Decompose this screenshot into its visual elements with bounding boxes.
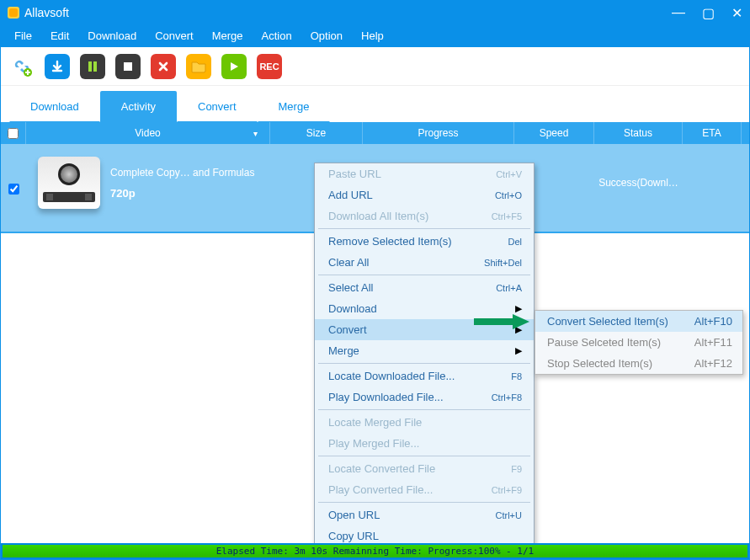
menu-item-play-converted-file: Play Converted File...Ctrl+F9 — [315, 479, 534, 500]
menu-bar: FileEditDownloadConvertMergeActionOption… — [1, 24, 749, 47]
menu-item-locate-downloaded-file[interactable]: Locate Downloaded File...F8 — [315, 365, 534, 387]
column-progress[interactable]: Progress — [418, 127, 458, 139]
menu-item-locate-merged-file: Locate Merged File — [315, 412, 534, 433]
delete-icon[interactable] — [151, 54, 176, 79]
menu-item-clear-all[interactable]: Clear AllShift+Del — [315, 252, 534, 273]
cell-status: Success(Downl… — [594, 177, 683, 189]
column-status[interactable]: Status — [624, 127, 652, 139]
title-bar: Allavsoft — ▢ ✕ — [1, 1, 749, 24]
column-video[interactable]: Video — [135, 127, 160, 139]
svg-rect-2 — [93, 61, 97, 72]
toolbar: REC — [1, 47, 749, 86]
menu-item-select-all[interactable]: Select AllCtrl+A — [315, 277, 534, 298]
menu-item-download-all-item-s: Download All Item(s)Ctrl+F5 — [315, 205, 534, 227]
menu-download[interactable]: Download — [79, 26, 145, 45]
record-button[interactable]: REC — [257, 54, 282, 79]
svg-rect-3 — [124, 62, 132, 71]
video-thumbnail-icon — [38, 157, 100, 209]
paste-url-icon[interactable] — [9, 54, 35, 79]
menu-item-remove-selected-item-s[interactable]: Remove Selected Item(s)Del — [315, 231, 534, 252]
play-icon[interactable] — [221, 54, 247, 79]
svg-rect-1 — [88, 61, 92, 72]
window-controls: — ▢ ✕ — [672, 5, 742, 21]
status-bar: Elapsed Time: 3m 10s Remainning Time: Pr… — [1, 543, 749, 559]
status-text: Elapsed Time: 3m 10s Remainning Time: Pr… — [216, 546, 535, 557]
maximize-button[interactable]: ▢ — [702, 5, 715, 21]
column-speed[interactable]: Speed — [540, 127, 569, 139]
menu-separator — [318, 275, 530, 275]
download-icon[interactable] — [45, 54, 70, 79]
submenu-arrow-icon: ▶ — [515, 345, 522, 356]
menu-help[interactable]: Help — [353, 26, 392, 45]
menu-option[interactable]: Option — [302, 26, 351, 45]
app-title: Allavsoft — [24, 6, 69, 19]
column-size[interactable]: Size — [306, 127, 326, 139]
column-eta[interactable]: ETA — [702, 127, 721, 139]
video-title: Complete Copy… and Formulas — [110, 167, 254, 179]
menu-file[interactable]: File — [6, 26, 40, 45]
submenu-item-stop-selected-item-s: Stop Selected Item(s)Alt+F12 — [535, 353, 742, 374]
submenu-arrow-icon: ▶ — [515, 303, 522, 314]
menu-convert[interactable]: Convert — [146, 26, 202, 45]
app-logo-icon — [8, 7, 19, 19]
minimize-button[interactable]: — — [672, 5, 685, 21]
menu-merge[interactable]: Merge — [204, 26, 252, 45]
menu-item-open-url[interactable]: Open URLCtrl+U — [315, 504, 534, 525]
tab-merge[interactable]: Merge — [258, 91, 331, 122]
open-folder-icon[interactable] — [186, 54, 211, 79]
menu-item-locate-converted-file: Locate Converted FileF9 — [315, 458, 534, 479]
convert-submenu: Convert Selected Item(s)Alt+F10Pause Sel… — [535, 310, 743, 375]
select-all-checkbox[interactable] — [8, 128, 19, 139]
menu-item-add-url[interactable]: Add URLCtrl+O — [315, 184, 534, 205]
tab-download[interactable]: Download — [9, 91, 100, 122]
tab-bar: DownloadActivityConvertMerge — [1, 91, 749, 122]
context-menu: Paste URLCtrl+VAdd URLCtrl+ODownload All… — [314, 163, 535, 560]
sort-indicator-icon: ▾ — [253, 129, 258, 138]
submenu-item-pause-selceted-item-s: Pause Selceted Item(s)Alt+F11 — [535, 332, 742, 353]
video-resolution: 720p — [110, 187, 254, 200]
submenu-item-convert-selected-item-s[interactable]: Convert Selected Item(s)Alt+F10 — [535, 311, 742, 332]
menu-separator — [318, 228, 530, 229]
menu-separator — [318, 502, 530, 503]
stop-icon[interactable] — [115, 54, 141, 79]
menu-separator — [318, 363, 530, 364]
menu-item-play-merged-file: Play Merged File... — [315, 433, 534, 454]
tab-activity[interactable]: Activity — [100, 91, 177, 122]
menu-item-merge[interactable]: Merge▶ — [315, 340, 534, 361]
row-checkbox[interactable] — [8, 184, 19, 195]
pause-icon[interactable] — [80, 54, 105, 79]
menu-item-play-downloaded-file[interactable]: Play Downloaded File...Ctrl+F8 — [315, 387, 534, 408]
annotation-arrow-icon — [474, 314, 529, 329]
close-button[interactable]: ✕ — [731, 5, 742, 21]
menu-edit[interactable]: Edit — [42, 26, 77, 45]
tab-convert[interactable]: Convert — [177, 91, 258, 122]
menu-separator — [318, 456, 530, 456]
menu-action[interactable]: Action — [253, 26, 301, 45]
column-header: Video▾ Size Progress Speed Status ETA — [1, 122, 749, 144]
menu-item-paste-url: Paste URLCtrl+V — [315, 163, 534, 184]
menu-separator — [318, 409, 530, 410]
